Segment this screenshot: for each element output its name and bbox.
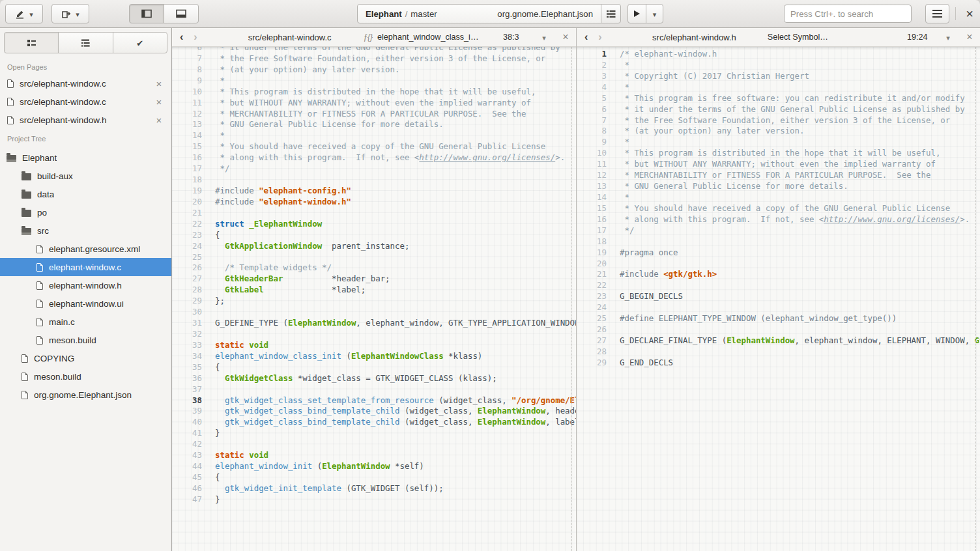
code-line[interactable]: * This program is distributed in the hop… xyxy=(620,148,980,159)
code-line[interactable] xyxy=(215,252,576,263)
window-close-button[interactable] xyxy=(962,5,977,22)
code-line[interactable]: #include "elephant-window.h" xyxy=(215,197,576,208)
code-line[interactable]: * This program is distributed in the hop… xyxy=(215,87,576,98)
code-line[interactable]: GtkApplicationWindow parent_instance; xyxy=(215,241,576,252)
tree-item[interactable]: elephant-window.c xyxy=(0,258,171,276)
code-line[interactable]: * Copyright (C) 2017 Christian Hergert xyxy=(620,71,980,82)
tree-item[interactable]: org.gnome.Elephant.json xyxy=(0,386,171,404)
menu-button[interactable] xyxy=(925,4,949,23)
code-line[interactable]: * This program is free software: you can… xyxy=(620,93,980,104)
code-line[interactable]: #pragma once xyxy=(620,247,980,259)
open-page-item[interactable]: src/elephant-window.h xyxy=(0,111,171,129)
code-line[interactable]: * You should have received a copy of the… xyxy=(620,203,980,214)
tree-item[interactable]: elephant-window.ui xyxy=(0,294,171,313)
code-editor-h[interactable]: 1234567891011121314151617181920212223242… xyxy=(577,47,980,551)
code-line[interactable]: * xyxy=(620,60,980,71)
omnibar[interactable]: Elephant/master org.gnome.Elephant.json xyxy=(357,4,601,23)
code-line[interactable]: }; xyxy=(215,296,576,307)
code-line[interactable]: * it under the terms of the GNU General … xyxy=(620,104,980,115)
code-line[interactable]: GtkWidgetClass *widget_class = GTK_WIDGE… xyxy=(215,373,576,384)
code-line[interactable]: * the Free Software Foundation, either v… xyxy=(620,115,980,126)
open-document-button[interactable] xyxy=(51,4,89,23)
history-back-button[interactable] xyxy=(180,32,183,42)
run-options-button[interactable] xyxy=(646,4,663,23)
code-line[interactable]: gtk_widget_class_set_template_from_resou… xyxy=(215,395,576,406)
code-line[interactable]: struct _ElephantWindow xyxy=(215,219,576,230)
code-line[interactable] xyxy=(620,236,980,247)
tree-item[interactable]: meson.build xyxy=(0,331,171,349)
code-line[interactable]: * GNU General Public License for more de… xyxy=(215,119,576,130)
close-document-button[interactable] xyxy=(959,31,980,43)
close-page-icon[interactable] xyxy=(154,115,164,126)
code-line[interactable]: * xyxy=(620,137,980,148)
tree-item[interactable]: elephant.gresource.xml xyxy=(0,240,171,258)
history-forward-button[interactable] xyxy=(598,32,601,42)
close-page-icon[interactable] xyxy=(154,96,164,107)
code-line[interactable]: { xyxy=(215,230,576,241)
code-line[interactable]: /* elephant-window.h xyxy=(620,49,980,60)
global-search-input[interactable] xyxy=(784,5,912,23)
history-back-button[interactable] xyxy=(584,32,588,42)
code-line[interactable]: GtkHeaderBar *header_bar; xyxy=(215,274,576,285)
symbol-menu-button[interactable]: elephant_window_class_i… xyxy=(363,33,503,42)
code-line[interactable] xyxy=(215,208,576,219)
code-line[interactable] xyxy=(215,307,576,318)
tree-item[interactable]: po xyxy=(0,203,171,221)
code-line[interactable]: * MERCHANTABILITY or FITNESS FOR A PARTI… xyxy=(620,170,980,181)
code-line[interactable] xyxy=(620,324,980,335)
code-line[interactable]: */ xyxy=(215,163,576,175)
code-line[interactable] xyxy=(215,175,576,186)
code-line[interactable] xyxy=(215,384,576,395)
code-line[interactable]: G_END_DECLS xyxy=(620,358,980,369)
code-line[interactable]: * the Free Software Foundation, either v… xyxy=(215,53,576,64)
code-line[interactable]: * xyxy=(215,76,576,87)
close-document-button[interactable] xyxy=(555,31,576,43)
code-line[interactable]: * (at your option) any later version. xyxy=(215,64,576,76)
toggle-left-panel-button[interactable] xyxy=(129,4,164,23)
code-line[interactable]: G_BEGIN_DECLS xyxy=(620,291,980,302)
code-line[interactable]: */ xyxy=(620,225,980,236)
build-button[interactable] xyxy=(601,4,621,23)
code-line[interactable]: elephant_window_class_init (ElephantWind… xyxy=(215,351,576,362)
code-line[interactable]: * MERCHANTABILITY or FITNESS FOR A PARTI… xyxy=(215,109,576,120)
symbol-caret-icon[interactable] xyxy=(533,33,555,42)
code-line[interactable]: G_DEFINE_TYPE (ElephantWindow, elephant_… xyxy=(215,318,576,329)
code-line[interactable]: gtk_widget_class_bind_template_child (wi… xyxy=(215,417,576,428)
tree-item[interactable]: elephant-window.h xyxy=(0,276,171,294)
symbol-caret-icon[interactable] xyxy=(937,33,959,42)
sidebar-tab-pages[interactable] xyxy=(4,32,59,53)
code-line[interactable]: #define ELEPHANT_TYPE_WINDOW (elephant_w… xyxy=(620,313,980,324)
code-line[interactable]: * it under the terms of the GNU General … xyxy=(215,47,576,53)
code-line[interactable] xyxy=(620,346,980,358)
edit-mode-button[interactable] xyxy=(5,4,43,23)
code-line[interactable] xyxy=(620,302,980,313)
tree-item[interactable]: data xyxy=(0,185,171,203)
code-line[interactable]: * but WITHOUT ANY WARRANTY; without even… xyxy=(620,159,980,170)
code-line[interactable]: } xyxy=(215,494,576,505)
code-line[interactable]: G_DECLARE_FINAL_TYPE (ElephantWindow, el… xyxy=(620,335,980,346)
code-line[interactable]: * along with this program. If not, see <… xyxy=(620,214,980,225)
code-line[interactable]: { xyxy=(215,362,576,373)
close-page-icon[interactable] xyxy=(154,78,164,89)
code-line[interactable] xyxy=(620,280,980,291)
code-line[interactable]: * along with this program. If not, see <… xyxy=(215,152,576,163)
run-button[interactable] xyxy=(627,4,646,23)
history-forward-button[interactable] xyxy=(194,32,197,42)
code-line[interactable]: #include "elephant-config.h" xyxy=(215,186,576,197)
code-line[interactable]: gtk_widget_init_template (GTK_WIDGET (se… xyxy=(215,483,576,494)
code-line[interactable]: * xyxy=(620,192,980,203)
code-line[interactable]: * You should have received a copy of the… xyxy=(215,141,576,152)
code-line[interactable]: static void xyxy=(215,450,576,461)
code-line[interactable]: } xyxy=(215,428,576,439)
open-page-item[interactable]: src/elephant-window.c xyxy=(0,92,171,111)
symbol-menu-button[interactable]: Select Symbol… xyxy=(768,33,907,42)
code-line[interactable]: * (at your option) any later version. xyxy=(620,126,980,137)
tree-item[interactable]: src xyxy=(0,221,171,240)
tree-item[interactable]: main.c xyxy=(0,313,171,331)
tree-item[interactable]: meson.build xyxy=(0,367,171,386)
code-line[interactable] xyxy=(215,439,576,450)
code-line[interactable]: GtkLabel *label; xyxy=(215,285,576,296)
code-line[interactable] xyxy=(215,329,576,340)
sidebar-tab-tree[interactable] xyxy=(58,32,113,53)
code-line[interactable]: gtk_widget_class_bind_template_child (wi… xyxy=(215,406,576,417)
